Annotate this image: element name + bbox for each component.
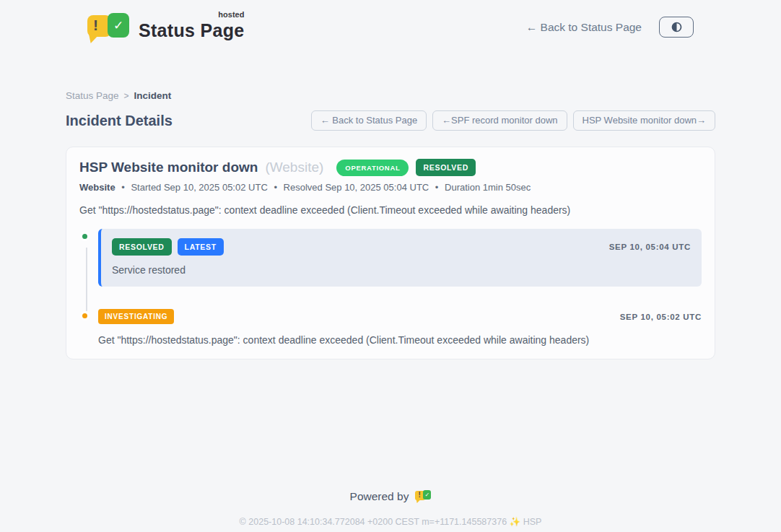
meta-duration: Duration 1min 50sec: [445, 182, 531, 193]
copyright-line: © 2025-10-08 14:10:34.772084 +0200 CEST …: [66, 516, 715, 527]
timeline-resolved-badge: RESOLVED: [112, 238, 172, 256]
timeline-timestamp: SEP 10, 05:04 UTC: [609, 243, 691, 251]
checkmark-icon: ✓: [423, 490, 431, 500]
resolved-state-badge: RESOLVED: [416, 159, 476, 176]
timeline-latest-update-box: RESOLVED LATEST SEP 10, 05:04 UTC Servic…: [98, 229, 702, 287]
page-title: Incident Details: [66, 113, 173, 129]
timeline-message: Get "https://hostedstatus.page": context…: [98, 334, 702, 346]
half-circle-contrast-icon: [671, 21, 683, 33]
timeline-entry-resolved: RESOLVED LATEST SEP 10, 05:04 UTC Servic…: [79, 229, 702, 287]
checkmark-icon: ✓: [108, 13, 129, 38]
sparkles-icon: ✨: [510, 517, 521, 527]
incident-title: HSP Website monitor down: [79, 160, 258, 175]
brand-logo-icon: ! ✓: [87, 10, 129, 44]
theme-toggle-button[interactable]: [659, 17, 694, 38]
incident-component: (Website): [265, 160, 323, 175]
meta-resolved: Resolved Sep 10, 2025 05:04 UTC: [284, 182, 429, 193]
header: ! ✓ Status Page hosted ← Back to Status …: [66, 0, 715, 44]
logo-bubble-tail: [89, 34, 100, 43]
logo-bubble-tail: [416, 499, 421, 503]
brand-hosted-label: hosted: [218, 10, 244, 19]
incident-nav-buttons: ← Back to Status Page ←SPF record monito…: [311, 110, 715, 131]
operational-status-badge: OPERATIONAL: [336, 160, 409, 176]
meta-bullet: •: [121, 182, 125, 193]
brand-name: Status Page: [139, 20, 244, 40]
timeline-dot-orange: [80, 311, 90, 320]
timeline-latest-badge: LATEST: [178, 238, 224, 256]
exclamation-icon: !: [418, 492, 420, 499]
footer: Powered by ! ✓ © 2025-10-08 14:10:34.772…: [66, 489, 715, 527]
prev-incident-button[interactable]: ←SPF record monitor down: [432, 110, 567, 131]
incident-card: HSP Website monitor down (Website) OPERA…: [66, 147, 715, 359]
meta-bullet: •: [274, 182, 277, 193]
timeline-rail: [79, 308, 98, 346]
timeline-rail: [79, 229, 98, 287]
incident-meta: Website • Started Sep 10, 2025 05:02 UTC…: [79, 182, 702, 193]
timeline-message: Service restored: [112, 264, 691, 276]
powered-by-link[interactable]: Powered by ! ✓: [66, 489, 715, 504]
breadcrumb-status-page[interactable]: Status Page: [66, 90, 119, 101]
copyright-text: © 2025-10-08 14:10:34.772084 +0200 CEST …: [240, 517, 507, 527]
powered-by-label: Powered by: [350, 490, 409, 503]
exclamation-icon: !: [93, 17, 98, 32]
breadcrumb-incident: Incident: [134, 90, 172, 101]
meta-component: Website: [79, 182, 115, 193]
meta-started: Started Sep 10, 2025 05:02 UTC: [131, 182, 267, 193]
header-right: ← Back to Status Page: [526, 17, 694, 38]
brand-logo[interactable]: ! ✓ Status Page hosted: [87, 10, 244, 44]
header-back-to-status-page-link[interactable]: ← Back to Status Page: [526, 21, 642, 34]
next-incident-button[interactable]: HSP Website monitor down→: [573, 110, 715, 131]
timeline-dot-green: [80, 232, 90, 241]
incident-timeline: RESOLVED LATEST SEP 10, 05:04 UTC Servic…: [79, 229, 702, 346]
meta-bullet: •: [435, 182, 439, 193]
footer-brand-logo-icon: ! ✓: [415, 489, 431, 504]
brand-text: Status Page hosted: [139, 10, 244, 41]
incident-description: Get "https://hostedstatus.page": context…: [79, 204, 702, 216]
title-row: Incident Details ← Back to Status Page ←…: [66, 110, 715, 131]
breadcrumb: Status Page > Incident: [66, 90, 715, 101]
page-container: ! ✓ Status Page hosted ← Back to Status …: [66, 0, 715, 527]
back-to-status-page-button[interactable]: ← Back to Status Page: [311, 110, 427, 131]
breadcrumb-separator: >: [124, 91, 129, 101]
timeline-entry-investigating: INVESTIGATING SEP 10, 05:02 UTC Get "htt…: [79, 308, 702, 346]
copyright-brand: HSP: [523, 517, 542, 527]
incident-card-header: HSP Website monitor down (Website) OPERA…: [79, 159, 702, 176]
timeline-timestamp: SEP 10, 05:02 UTC: [620, 313, 702, 321]
timeline-investigating-badge: INVESTIGATING: [98, 309, 174, 324]
